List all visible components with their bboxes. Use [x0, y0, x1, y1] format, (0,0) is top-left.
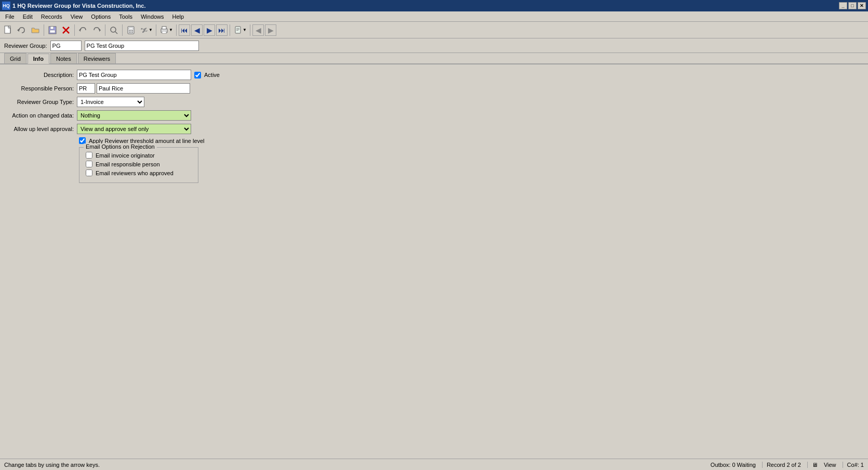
svg-rect-26 — [236, 29, 239, 30]
title-bar-left: HQ 1 HQ Reviewer Group for Vista Constru… — [2, 2, 146, 10]
menu-tools[interactable]: Tools — [115, 12, 137, 21]
new-button[interactable] — [2, 24, 15, 36]
svg-marker-10 — [99, 29, 101, 32]
title-bar-controls: _ □ ✕ — [839, 2, 866, 9]
responsible-person-row: Responsible Person: — [6, 83, 862, 94]
svg-rect-17 — [132, 30, 133, 31]
svg-point-11 — [111, 27, 116, 32]
tab-reviewers[interactable]: Reviewers — [78, 53, 116, 63]
responsible-person-code[interactable] — [77, 83, 95, 94]
tabs-bar: Grid Info Notes Reviewers — [0, 53, 868, 64]
svg-rect-20 — [132, 32, 133, 33]
toolbar-sep-6 — [176, 24, 177, 36]
undo-button[interactable] — [77, 24, 89, 36]
svg-rect-25 — [236, 28, 239, 29]
email-reviewers-approved-label: Email reviewers who approved — [96, 170, 173, 176]
menu-windows[interactable]: Windows — [137, 12, 168, 21]
tab-notes[interactable]: Notes — [50, 53, 77, 63]
app-icon: HQ — [2, 2, 10, 10]
minimize-button[interactable]: _ — [839, 2, 847, 9]
reviewer-group-label: Reviewer Group: — [4, 43, 47, 49]
tab-info[interactable]: Info — [28, 54, 49, 64]
svg-marker-9 — [79, 29, 81, 32]
svg-rect-14 — [129, 28, 133, 29]
svg-rect-6 — [50, 30, 55, 33]
description-row: Description: Active — [6, 70, 862, 80]
responsible-person-container — [77, 83, 190, 94]
active-label: Active — [204, 72, 220, 78]
menu-help[interactable]: Help — [168, 12, 189, 21]
tools-button[interactable]: ▼ — [138, 24, 154, 36]
toolbar-sep-2 — [74, 24, 75, 36]
svg-rect-23 — [162, 31, 166, 33]
active-checkbox[interactable] — [194, 72, 201, 79]
menu-file[interactable]: File — [1, 12, 19, 21]
svg-rect-24 — [235, 27, 241, 33]
find-button[interactable] — [108, 24, 120, 36]
svg-rect-16 — [130, 30, 131, 31]
action-on-changed-label: Action on changed data: — [6, 112, 74, 119]
reviewer-group-bar: Reviewer Group: — [0, 38, 868, 53]
action-on-changed-row: Action on changed data: Nothing Reset to… — [6, 110, 862, 121]
menu-options[interactable]: Options — [87, 12, 115, 21]
svg-rect-22 — [162, 27, 166, 29]
redo-button[interactable] — [90, 24, 103, 36]
svg-rect-27 — [236, 30, 238, 31]
email-options-title: Email Options on Rejection — [84, 143, 157, 150]
menu-records[interactable]: Records — [37, 12, 66, 21]
attachment-button[interactable]: ▼ — [232, 24, 248, 36]
close-button[interactable]: ✕ — [858, 2, 866, 9]
email-reviewers-approved-checkbox[interactable] — [86, 169, 92, 176]
reviewer-group-type-label: Reviewer Group Type: — [6, 99, 74, 105]
menu-edit[interactable]: Edit — [19, 12, 37, 21]
svg-rect-15 — [129, 30, 130, 31]
view-label: View — [824, 462, 836, 468]
title-bar-text: 1 HQ Reviewer Group for Vista Constructi… — [12, 3, 146, 9]
delete-button[interactable] — [60, 24, 72, 36]
view-icon: 🖥 — [807, 462, 818, 468]
email-responsible-person-checkbox[interactable] — [86, 161, 92, 167]
nav-first-button[interactable]: ⏮ — [179, 24, 190, 36]
menu-view[interactable]: View — [66, 12, 87, 21]
undo-delete-button[interactable] — [16, 24, 28, 36]
open-button[interactable] — [29, 24, 42, 36]
toolbar-sep-5 — [156, 24, 156, 36]
title-bar: HQ 1 HQ Reviewer Group for Vista Constru… — [0, 0, 868, 11]
email-invoice-originator-checkbox[interactable] — [86, 152, 92, 159]
allow-up-level-label: Allow up level approval: — [6, 126, 74, 132]
save-button[interactable] — [46, 24, 59, 36]
toolbar-sep-4 — [122, 24, 123, 36]
status-bar: Change tabs by using the arrow keys. Out… — [0, 459, 868, 470]
forward-button[interactable]: ▶ — [265, 24, 276, 36]
allow-up-level-select[interactable]: View and approve self only View only Non… — [77, 124, 191, 134]
back-button[interactable]: ◀ — [252, 24, 264, 36]
toolbar: ▼ ▼ ⏮ ◀ ▶ ⏭ ▼ ◀ ▶ — [0, 22, 868, 38]
outbox-status: Outbox: 0 Waiting — [711, 462, 756, 468]
col-status: Co#: 1 — [843, 462, 864, 468]
maximize-button[interactable]: □ — [848, 2, 857, 9]
tab-grid[interactable]: Grid — [4, 53, 26, 63]
calculator-button[interactable] — [125, 24, 137, 36]
email-reviewers-approved-row: Email reviewers who approved — [86, 169, 192, 176]
reviewer-group-type-select[interactable]: 1-Invoice 2-Purchase Order 3-Subcontract — [77, 97, 144, 107]
menu-bar: File Edit Records View Options Tools Win… — [0, 11, 868, 22]
nav-prev-button[interactable]: ◀ — [191, 24, 203, 36]
toolbar-sep-7 — [230, 24, 230, 36]
svg-rect-5 — [50, 27, 54, 29]
responsible-person-name[interactable] — [97, 83, 190, 94]
svg-rect-19 — [130, 32, 131, 33]
apply-threshold-label: Apply Reviewer threshold amount at line … — [89, 138, 205, 144]
nav-next-button[interactable]: ▶ — [204, 24, 215, 36]
print-button[interactable]: ▼ — [158, 24, 174, 36]
responsible-person-label: Responsible Person: — [6, 85, 74, 92]
nav-last-button[interactable]: ⏭ — [216, 24, 228, 36]
status-message: Change tabs by using the arrow keys. — [4, 462, 711, 468]
record-status: Record 2 of 2 — [762, 462, 801, 468]
email-invoice-originator-label: Email invoice originator — [96, 152, 155, 159]
reviewer-group-name[interactable] — [85, 41, 199, 51]
action-on-changed-select[interactable]: Nothing Reset to pending Remove approval — [77, 110, 191, 121]
toolbar-sep-1 — [44, 24, 44, 36]
description-input[interactable] — [77, 70, 191, 80]
reviewer-group-code[interactable] — [50, 41, 82, 51]
apply-threshold-row: Apply Reviewer threshold amount at line … — [79, 137, 862, 144]
